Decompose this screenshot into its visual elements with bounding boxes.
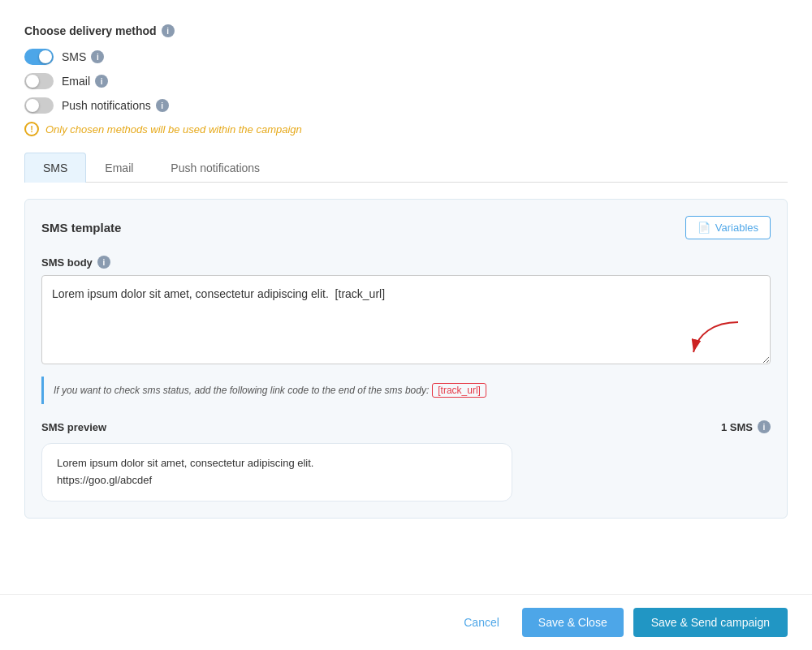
push-info-icon[interactable]: i — [156, 99, 169, 112]
tab-email[interactable]: Email — [86, 153, 152, 183]
tab-push-notifications[interactable]: Push notifications — [152, 153, 279, 183]
tab-sms[interactable]: SMS — [24, 153, 86, 183]
push-toggle[interactable] — [24, 97, 54, 114]
sms-body-label: SMS body i — [41, 256, 771, 269]
cancel-button[interactable]: Cancel — [451, 609, 512, 635]
variables-icon: 📄 — [698, 222, 710, 234]
preview-header: SMS preview 1 SMS i — [41, 420, 771, 433]
sms-info-icon[interactable]: i — [91, 50, 104, 63]
email-info-icon[interactable]: i — [95, 75, 108, 88]
email-toggle[interactable] — [24, 73, 54, 89]
email-toggle-row: Email i — [24, 73, 788, 89]
sms-count-info-icon[interactable]: i — [758, 420, 771, 433]
sms-body-info-icon[interactable]: i — [97, 256, 110, 269]
card-header: SMS template 📄 Variables — [41, 216, 771, 239]
preview-bubble: Lorem ipsum dolor sit amet, consectetur … — [41, 443, 512, 501]
push-toggle-row: Push notifications i — [24, 97, 788, 114]
push-toggle-label: Push notifications i — [62, 99, 169, 112]
sms-toggle[interactable] — [24, 49, 54, 65]
sms-count: 1 SMS i — [721, 420, 771, 433]
section-title: Choose delivery method i — [24, 24, 788, 37]
email-toggle-label: Email i — [62, 75, 108, 88]
track-url-link[interactable]: [track_url] — [432, 383, 486, 398]
sms-template-card: SMS template 📄 Variables SMS body i Lore… — [24, 199, 788, 519]
delivery-method-info-icon[interactable]: i — [162, 24, 175, 37]
delivery-method-section: Choose delivery method i SMS i — [24, 24, 788, 136]
save-send-button[interactable]: Save & Send campaign — [633, 608, 788, 637]
track-url-hint: If you want to check sms status, add the… — [41, 377, 771, 404]
sms-body-textarea[interactable]: Lorem ipsum dolor sit amet, consectetur … — [41, 275, 771, 364]
sms-toggle-row: SMS i — [24, 49, 788, 65]
footer-bar: Cancel Save & Close Save & Send campaign — [0, 594, 812, 650]
sms-body-container: Lorem ipsum dolor sit amet, consectetur … — [41, 275, 771, 367]
warning-icon: ! — [24, 122, 39, 136]
card-title: SMS template — [41, 221, 121, 235]
variables-button[interactable]: 📄 Variables — [685, 216, 771, 239]
preview-title: SMS preview — [41, 421, 106, 433]
tabs-container: SMS Email Push notifications — [24, 153, 788, 183]
save-close-button[interactable]: Save & Close — [522, 608, 624, 637]
sms-toggle-label: SMS i — [62, 50, 104, 63]
warning-note: ! Only chosen methods will be used withi… — [24, 122, 788, 136]
